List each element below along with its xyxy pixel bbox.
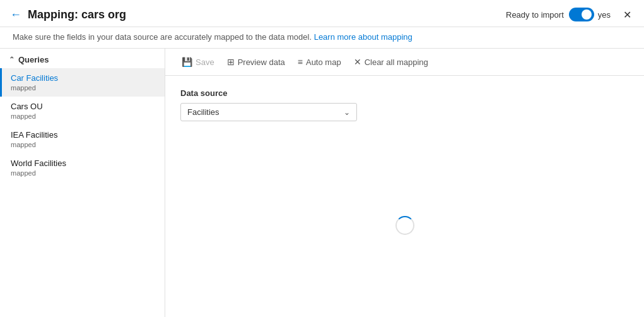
- queries-label: Queries: [18, 55, 49, 64]
- header: ← Mapping: cars org Ready to import yes …: [0, 0, 644, 27]
- app-container: ← Mapping: cars org Ready to import yes …: [0, 0, 644, 317]
- preview-icon: ⊞: [227, 57, 235, 67]
- save-icon: 💾: [182, 57, 192, 67]
- sidebar-item-cars-ou-status: mapped: [11, 112, 156, 120]
- data-source-label: Data source: [180, 88, 629, 98]
- automap-icon: ≡: [298, 57, 303, 67]
- data-source-value: Facilities: [187, 107, 220, 117]
- main: ⌃ Queries Car Facilities mapped Cars OU …: [0, 49, 644, 317]
- save-label: Save: [196, 57, 214, 67]
- sidebar-item-iea-facilities-name: IEA Facilities: [11, 130, 156, 140]
- data-section: Data source Facilities ⌄: [165, 76, 644, 134]
- subtitle-text: Make sure the fields in your data source…: [13, 32, 314, 42]
- queries-header: ⌃ Queries: [0, 49, 165, 68]
- sidebar-item-cars-ou-name: Cars OU: [11, 102, 156, 111]
- content: 💾 Save ⊞ Preview data ≡ Auto map ✕ Clear…: [165, 49, 644, 317]
- close-button[interactable]: ✕: [623, 9, 631, 21]
- header-left: ← Mapping: cars org: [10, 8, 126, 21]
- automap-label: Auto map: [306, 57, 341, 67]
- dropdown-chevron-icon: ⌄: [344, 108, 350, 117]
- preview-data-button[interactable]: ⊞ Preview data: [221, 54, 291, 70]
- clear-mapping-button[interactable]: ✕ Clear all mapping: [348, 54, 435, 70]
- sidebar-item-car-facilities[interactable]: Car Facilities mapped: [0, 68, 165, 97]
- sidebar-item-world-facilities-name: World Facilities: [11, 158, 156, 168]
- page-title: Mapping: cars org: [28, 8, 126, 21]
- sidebar-item-world-facilities[interactable]: World Facilities mapped: [0, 153, 165, 182]
- subtitle: Make sure the fields in your data source…: [0, 27, 644, 49]
- sidebar-item-iea-facilities-status: mapped: [11, 141, 156, 148]
- clear-icon: ✕: [354, 57, 361, 67]
- ready-to-import-label: Ready to import: [506, 10, 564, 20]
- sidebar-item-cars-ou[interactable]: Cars OU mapped: [0, 97, 165, 125]
- sidebar-item-car-facilities-status: mapped: [11, 84, 156, 92]
- toggle-container: yes: [569, 8, 611, 21]
- toggle-yes-label: yes: [598, 10, 611, 20]
- save-button[interactable]: 💾 Save: [175, 54, 221, 70]
- toolbar: 💾 Save ⊞ Preview data ≡ Auto map ✕ Clear…: [165, 49, 644, 76]
- learn-more-link[interactable]: Learn more about mapping: [314, 32, 413, 42]
- sidebar-item-world-facilities-status: mapped: [11, 169, 156, 177]
- ready-toggle[interactable]: [569, 8, 594, 21]
- sidebar-item-car-facilities-name: Car Facilities: [11, 73, 156, 83]
- auto-map-button[interactable]: ≡ Auto map: [291, 54, 348, 70]
- back-button[interactable]: ←: [10, 8, 21, 21]
- header-right: Ready to import yes ✕: [506, 8, 631, 21]
- loading-area: [165, 134, 644, 317]
- sidebar: ⌃ Queries Car Facilities mapped Cars OU …: [0, 49, 165, 317]
- sidebar-item-iea-facilities[interactable]: IEA Facilities mapped: [0, 125, 165, 153]
- loading-spinner: [395, 216, 414, 235]
- preview-label: Preview data: [238, 57, 285, 67]
- toggle-slider: [569, 8, 594, 21]
- queries-chevron-icon: ⌃: [9, 56, 15, 64]
- data-source-dropdown[interactable]: Facilities ⌄: [180, 103, 357, 121]
- clear-label: Clear all mapping: [365, 57, 428, 67]
